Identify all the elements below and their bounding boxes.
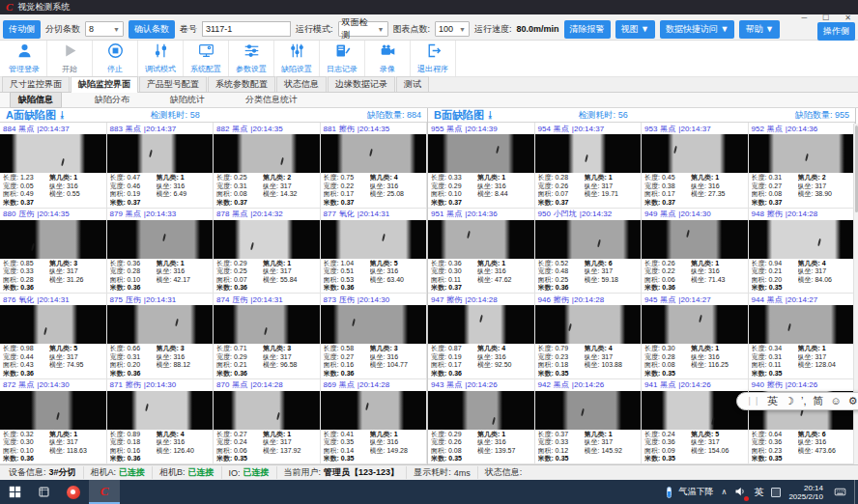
defect-cell[interactable]: 877 氧化 |20:14:31 长度: 1.04宽度: 0.51面积: 0.5…	[321, 209, 428, 294]
defect-cell[interactable]: 954 黑点 |20:14:37 长度: 0.28宽度: 0.26面积: 0.0…	[535, 123, 643, 209]
drive-side-button[interactable]: 传动侧	[3, 20, 41, 39]
tab-3[interactable]: 系统参数配置	[208, 76, 275, 92]
confirm-count-button[interactable]: 确认条数	[129, 20, 175, 39]
defect-cell[interactable]: 944 黑点 |20:14:27 长度: 0.34宽度: 0.31面积: 0.1…	[749, 294, 856, 379]
action-label: 日志记录	[327, 64, 358, 74]
scrollbar[interactable]	[853, 124, 858, 464]
run-mode-select[interactable]: 双面检测▼	[338, 21, 388, 37]
touch-keyboard-icon[interactable]	[831, 486, 848, 498]
defect-cell[interactable]: 955 黑点 |20:14:39 长度: 0.33宽度: 0.29面积: 0.1…	[428, 123, 535, 209]
action-exit[interactable]: 退出程序	[411, 41, 456, 76]
ime-emoji-icon[interactable]: ☺	[830, 393, 841, 409]
defect-cell[interactable]: 941 黑点 |20:14:26 长度: 0.24宽度: 0.36面积: 0.0…	[642, 379, 749, 465]
ime-grip-icon[interactable]: ❘❘	[746, 393, 760, 409]
defect-time: |20:14:31	[144, 295, 176, 304]
defect-cell[interactable]: 875 压伤 |20:14:31 长度: 0.66宽度: 0.31面积: 0.2…	[107, 294, 214, 379]
roll-number-input[interactable]	[202, 21, 291, 37]
volume-icon[interactable]	[734, 486, 746, 499]
show-desktop-button[interactable]	[854, 480, 858, 504]
defect-cell[interactable]: 949 黑点 |20:14:30 长度: 0.26宽度: 0.22面积: 0.0…	[642, 209, 749, 294]
action-monitor[interactable]: 系统配置	[184, 41, 229, 76]
inspection-app-icon: C	[100, 484, 109, 499]
task-view-button[interactable]	[29, 480, 58, 504]
minimize-button[interactable]: ─	[798, 14, 810, 23]
view-menu-button[interactable]: 视图 ▼	[615, 20, 655, 39]
action-sliders-h[interactable]: 参数设置	[229, 41, 274, 76]
defect-cell[interactable]: 950 小凹坑 |20:14:32 长度: 0.52宽度: 0.48面积: 0.…	[535, 209, 643, 294]
notification-badge	[744, 496, 749, 501]
defect-cell[interactable]: 870 黑点 |20:14:28 长度: 0.27宽度: 0.24面积: 0.0…	[214, 379, 321, 465]
ime-lang-en[interactable]: 英	[767, 393, 778, 409]
ime-punct[interactable]: ’,	[801, 393, 807, 409]
slit-count-select[interactable]: 8▼	[85, 21, 124, 37]
defect-cell[interactable]: 872 黑点 |20:14:30 长度: 0.32宽度: 0.30面积: 0.1…	[0, 379, 107, 465]
defect-cell[interactable]: 943 黑点 |20:14:26 长度: 0.29宽度: 0.26面积: 0.0…	[428, 379, 535, 465]
action-user[interactable]: 管理登录	[2, 41, 47, 76]
ime-indicator[interactable]: 英	[754, 486, 763, 499]
defect-cell[interactable]: 879 黑点 |20:14:33 长度: 0.36宽度: 0.28面积: 0.1…	[107, 209, 214, 294]
defect-cell[interactable]: 880 压伤 |20:14:35 长度: 0.85宽度: 0.33面积: 0.2…	[0, 209, 107, 294]
defect-id: 944	[752, 295, 764, 304]
weather-thermometer-icon[interactable]	[667, 487, 672, 498]
subtab-2[interactable]: 缺陷统计	[162, 93, 213, 107]
defect-cell[interactable]: 942 黑点 |20:14:26 长度: 0.37宽度: 0.33面积: 0.1…	[535, 379, 643, 465]
data-quick-access-button[interactable]: 数据快捷访问 ▼	[660, 20, 734, 39]
defect-cell[interactable]: 953 黑点 |20:14:37 长度: 0.45宽度: 0.38面积: 0.1…	[642, 123, 749, 209]
defect-cell[interactable]: 948 擦伤 |20:14:28 长度: 0.94宽度: 0.21面积: 0.2…	[749, 209, 856, 294]
tab-5[interactable]: 边缘数据记录	[328, 76, 395, 92]
ime-moon-icon[interactable]: ☽	[785, 393, 794, 409]
ime-settings-icon[interactable]: ⚙	[848, 393, 858, 409]
defect-mark	[264, 327, 268, 335]
defect-cell[interactable]: 882 黑点 |20:14:35 长度: 0.25宽度: 0.31面积: 0.0…	[214, 123, 321, 209]
defect-id: 875	[110, 295, 123, 304]
tab-4[interactable]: 状态信息	[276, 76, 327, 92]
action-stop[interactable]: 停止	[93, 41, 138, 76]
tab-1[interactable]: 缺陷监控界面	[71, 76, 138, 93]
ime-simplified[interactable]: 简	[813, 393, 823, 409]
help-menu-button[interactable]: 帮助 ▼	[739, 20, 779, 39]
operate-side-button[interactable]: 操作侧	[817, 22, 855, 41]
app-window: C 视觉检测系统 传动侧 分切条数 8▼ 确认条数 卷号 运行模式: 双面检测▼…	[0, 0, 858, 504]
defect-cell[interactable]: 873 压伤 |20:14:30 长度: 0.58宽度: 0.27面积: 0.1…	[321, 294, 428, 379]
status-segment-5: 显示耗时:4ms	[407, 466, 478, 479]
subtab-0[interactable]: 缺陷信息	[10, 92, 62, 108]
defect-cell[interactable]: 946 擦伤 |20:14:28 长度: 0.79宽度: 0.23面积: 0.1…	[535, 294, 643, 379]
start-button[interactable]	[0, 480, 29, 504]
defect-type: 黑点	[18, 379, 34, 390]
action-tune[interactable]: 调试模式	[138, 41, 184, 76]
subtab-1[interactable]: 缺陷分布	[87, 93, 137, 107]
chart-points-select[interactable]: 100▼	[435, 21, 470, 37]
action-log[interactable]: 日志记录	[320, 41, 365, 76]
action-play[interactable]: 开始	[47, 41, 93, 76]
taskbar-clock[interactable]: 20:14 2025/2/10	[788, 484, 823, 501]
defect-cell[interactable]: 876 氧化 |20:14:31 长度: 0.98宽度: 0.44面积: 0.4…	[0, 294, 107, 379]
tab-6[interactable]: 测试	[396, 76, 429, 92]
defect-cell[interactable]: 869 黑点 |20:14:28 长度: 0.41宽度: 0.35面积: 0.1…	[321, 379, 428, 465]
tab-0[interactable]: 尺寸监控界面	[2, 76, 70, 92]
taskbar-app-browser[interactable]	[58, 480, 89, 504]
tab-2[interactable]: 产品型号配置	[139, 76, 207, 92]
defect-cell[interactable]: 881 擦伤 |20:14:35 长度: 0.75宽度: 0.22面积: 0.1…	[321, 123, 428, 209]
defect-cell[interactable]: 874 压伤 |20:14:31 长度: 0.71宽度: 0.29面积: 0.2…	[214, 294, 321, 379]
defect-cell[interactable]: 883 黑点 |20:14:37 长度: 0.47宽度: 0.46面积: 0.1…	[107, 123, 214, 209]
defect-cell[interactable]: 952 黑点 |20:14:36 长度: 0.31宽度: 0.27面积: 0.0…	[749, 123, 856, 209]
tray-app-icon[interactable]	[771, 488, 781, 497]
defect-cell[interactable]: 945 黑点 |20:14:27 长度: 0.30宽度: 0.28面积: 0.0…	[642, 294, 749, 379]
weather-text[interactable]: 气温下降	[679, 486, 714, 498]
defect-id: 869	[324, 380, 336, 389]
panel-b: B面缺陷图⭳ 检测耗时: 56 缺陷数量: 955 955 黑点 |20:14:…	[428, 108, 856, 464]
action-camera[interactable]: 录像	[365, 41, 411, 76]
defect-cell[interactable]: 871 擦伤 |20:14:30 长度: 0.89宽度: 0.18面积: 0.1…	[107, 379, 214, 465]
defect-cell[interactable]: 878 黑点 |20:14:32 长度: 0.29宽度: 0.25面积: 0.0…	[214, 209, 321, 294]
defect-time: |20:14:31	[358, 210, 389, 218]
defect-cell[interactable]: 947 擦伤 |20:14:28 长度: 0.87宽度: 0.19面积: 0.1…	[428, 294, 535, 379]
scroll-latest-icon[interactable]: ⭳	[486, 110, 495, 120]
action-sliders-v[interactable]: 缺陷设置	[274, 41, 320, 76]
defect-cell[interactable]: 884 黑点 |20:14:37 长度: 1.23宽度: 0.05面积: 0.4…	[0, 123, 107, 209]
scroll-latest-icon[interactable]: ⭳	[58, 110, 67, 120]
subtab-3[interactable]: 分类信息统计	[238, 93, 305, 107]
clear-alarm-button[interactable]: 清除报警	[564, 20, 611, 39]
tray-expand-icon[interactable]: ∧	[722, 488, 728, 496]
taskbar-app-inspection[interactable]: C	[89, 480, 120, 504]
defect-cell[interactable]: 951 黑点 |20:14:36 长度: 0.36宽度: 0.30面积: 0.1…	[428, 209, 535, 294]
